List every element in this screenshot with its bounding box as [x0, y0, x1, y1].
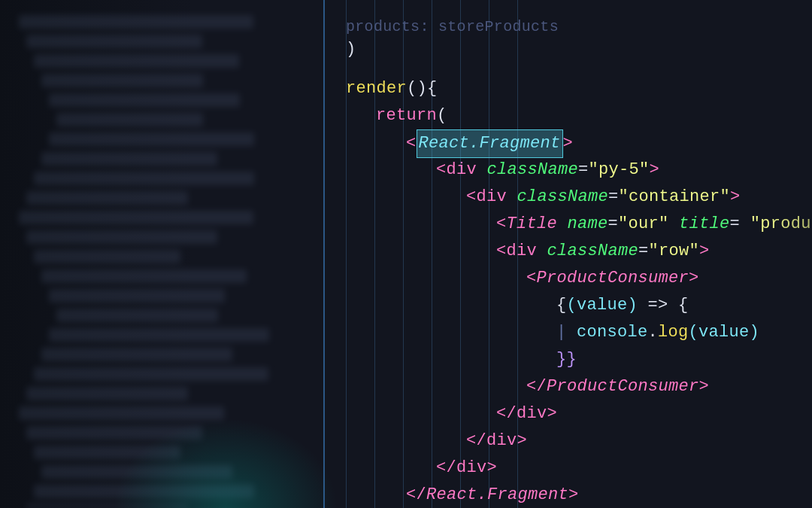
code-line-div-py5: <div className="py-5"> — [414, 157, 812, 184]
code-text-return: return — [376, 102, 437, 129]
code-line-title: <Title name="our" title= "produ — [474, 211, 812, 238]
code-editor-screen: products: storeProducts ) render() { ret… — [0, 0, 812, 508]
code-text-close-fn: }} — [556, 346, 577, 373]
code-line-render: render() { — [323, 75, 812, 102]
code-text-close-div-1: </div> — [496, 400, 557, 427]
code-line-console-log: | console.log(value) — [323, 319, 812, 346]
code-line-return: return ( — [353, 102, 812, 129]
code-text-div-py5: <div className="py-5"> — [436, 157, 659, 184]
code-line-close-div-1: </div> — [474, 400, 812, 427]
code-text-product-consumer-open: <ProductConsumer> — [526, 265, 699, 292]
indent-guide-main — [323, 0, 325, 508]
code-line-close-div-2: </div> — [444, 427, 812, 455]
code-text-close-div-3: </div> — [436, 455, 497, 482]
code-text-render-parens: () — [407, 75, 427, 102]
code-editor-main: products: storeProducts ) render() { ret… — [323, 0, 812, 508]
code-line-empty — [323, 60, 812, 75]
code-text-render-brace: { — [427, 75, 438, 102]
code-line-close-div-3: </div> — [414, 455, 812, 482]
code-text-div-row: <div className="row"> — [496, 238, 710, 265]
code-text-fragment-close: </React.Fragment> — [406, 482, 579, 508]
code-text-console-log: | console.log(value) — [556, 319, 759, 346]
code-line-react-fragment-close: </React.Fragment> — [383, 482, 812, 508]
code-line-product-consumer-open: <ProductConsumer> — [504, 265, 812, 292]
right-fade — [767, 0, 812, 508]
code-text-product-consumer-close: </ProductConsumer> — [526, 373, 709, 400]
code-text-close-div-2: </div> — [466, 427, 527, 455]
code-text-fragment-open: <React.Fragment> — [406, 129, 573, 158]
code-text-title: <Title name="our" title= "produ — [496, 211, 811, 238]
code-text-return-paren: ( — [437, 102, 447, 129]
code-line-product-consumer-close: </ProductConsumer> — [504, 373, 812, 400]
code-line-div-container: <div className="container"> — [444, 184, 812, 211]
code-text-arrow-fn: {(value) => { — [556, 292, 689, 319]
code-text-render-name: render — [346, 75, 407, 102]
code-text-1: products: storeProducts — [346, 14, 559, 41]
code-text-div-container: <div className="container"> — [466, 184, 741, 211]
code-line-react-fragment-open: <React.Fragment> — [383, 129, 812, 157]
code-line-1: products: storeProducts — [323, 14, 812, 36]
code-line-div-row: <div className="row"> — [474, 238, 812, 265]
glow-bottom-effect — [113, 418, 338, 508]
